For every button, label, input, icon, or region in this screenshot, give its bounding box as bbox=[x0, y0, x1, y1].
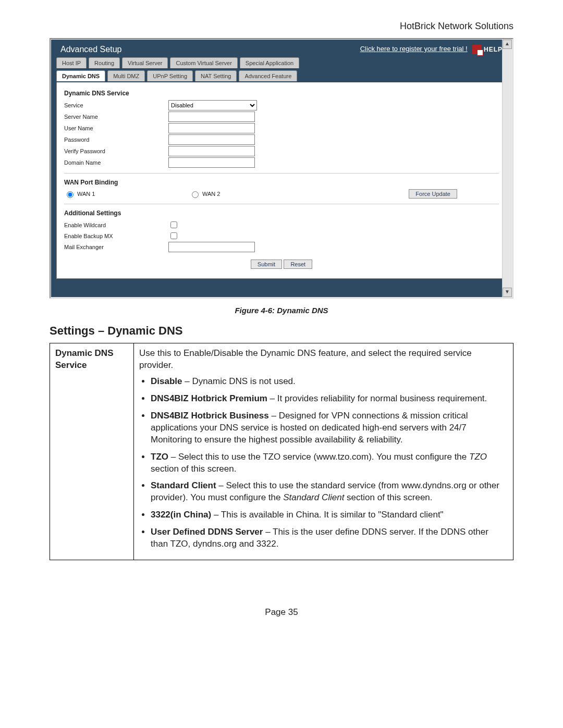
tab-row-1: Host IPRoutingVirtual ServerCustom Virtu… bbox=[51, 56, 512, 69]
tab-special-application[interactable]: Special Application bbox=[240, 57, 299, 68]
settings-value-cell: Use this to Enable/Disable the Dynamic D… bbox=[134, 343, 513, 560]
tab-host-ip[interactable]: Host IP bbox=[56, 57, 87, 68]
verify-password-input[interactable] bbox=[168, 146, 255, 156]
tab-routing[interactable]: Routing bbox=[89, 57, 120, 68]
enable-backup-mx-label: Enable Backup MX bbox=[64, 233, 168, 239]
scroll-up-icon[interactable]: ▲ bbox=[503, 40, 512, 49]
figure-caption: Figure 4-6: Dynamic DNS bbox=[50, 306, 513, 315]
list-item: User Defined DDNS Server – This is the u… bbox=[151, 526, 508, 550]
page-number: Page 35 bbox=[50, 607, 513, 618]
settings-table: Dynamic DNS Service Use this to Enable/D… bbox=[50, 343, 513, 560]
server-name-label: Server Name bbox=[64, 114, 168, 120]
wan2-radio[interactable]: WAN 2 bbox=[189, 190, 220, 198]
wan1-radio-input[interactable] bbox=[67, 191, 74, 198]
list-item: DNS4BIZ Hotbrick Premium – It provides r… bbox=[151, 393, 508, 405]
user-name-input[interactable] bbox=[168, 123, 255, 133]
scrollbar[interactable]: ▲ ▼ bbox=[502, 40, 512, 297]
password-label: Password bbox=[64, 137, 168, 143]
mail-exchanger-input[interactable] bbox=[168, 242, 255, 252]
tab-multi-dmz[interactable]: Multi DMZ bbox=[107, 70, 145, 81]
settings-intro: Use this to Enable/Disable the Dynamic D… bbox=[139, 348, 508, 372]
wan2-label: WAN 2 bbox=[202, 191, 220, 197]
tab-nat-setting[interactable]: NAT Setting bbox=[195, 70, 237, 81]
settings-heading: Settings – Dynamic DNS bbox=[50, 324, 513, 338]
tab-dynamic-dns[interactable]: Dynamic DNS bbox=[56, 70, 105, 81]
enable-wildcard-checkbox[interactable] bbox=[170, 221, 177, 228]
document-header: HotBrick Network Solutions bbox=[50, 21, 513, 32]
settings-list: Disable – Dynamic DNS is not used.DNS4BI… bbox=[139, 376, 508, 550]
app-window: ▲ ▼ Advanced Setup Click here to registe… bbox=[50, 38, 513, 299]
domain-name-label: Domain Name bbox=[64, 159, 168, 166]
service-label: Service bbox=[64, 102, 168, 108]
help-icon bbox=[472, 45, 482, 54]
panel-title: Advanced Setup bbox=[60, 45, 121, 54]
wan1-radio[interactable]: WAN 1 bbox=[64, 190, 168, 198]
help-label: HELP bbox=[484, 46, 503, 53]
domain-name-input[interactable] bbox=[168, 157, 255, 168]
wan1-label: WAN 1 bbox=[77, 191, 95, 197]
list-item: DNS4BIZ Hotbrick Business – Designed for… bbox=[151, 410, 508, 446]
settings-key: Dynamic DNS Service bbox=[50, 343, 134, 560]
list-item: Standard Client – Select this to use the… bbox=[151, 480, 508, 504]
form-panel: Dynamic DNS Service Service Disabled Ser… bbox=[56, 82, 507, 279]
section-additional-title: Additional Settings bbox=[64, 209, 499, 217]
register-link[interactable]: Click here to register your free trial ! bbox=[360, 45, 468, 53]
verify-password-label: Verify Password bbox=[64, 148, 168, 154]
password-input[interactable] bbox=[168, 134, 255, 145]
enable-backup-mx-checkbox[interactable] bbox=[170, 232, 177, 239]
tab-advanced-feature[interactable]: Advanced Feature bbox=[239, 70, 297, 81]
reset-button[interactable]: Reset bbox=[284, 260, 312, 269]
enable-wildcard-label: Enable Wildcard bbox=[64, 222, 168, 228]
help-button[interactable]: HELP bbox=[472, 45, 503, 54]
list-item: 3322(in China) – This is available in Ch… bbox=[151, 509, 508, 521]
force-update-button[interactable]: Force Update bbox=[409, 189, 457, 199]
scroll-down-icon[interactable]: ▼ bbox=[503, 288, 512, 297]
server-name-input[interactable] bbox=[168, 112, 255, 122]
wan2-radio-input[interactable] bbox=[192, 191, 199, 198]
tab-virtual-server[interactable]: Virtual Server bbox=[122, 57, 168, 68]
mail-exchanger-label: Mail Exchanger bbox=[64, 244, 168, 250]
list-item: Disable – Dynamic DNS is not used. bbox=[151, 376, 508, 388]
section-wan-title: WAN Port Binding bbox=[64, 179, 499, 186]
section-ddns-title: Dynamic DNS Service bbox=[64, 90, 499, 97]
submit-button[interactable]: Submit bbox=[251, 260, 282, 269]
tab-row-2: Dynamic DNSMulti DMZUPnP SettingNAT Sett… bbox=[51, 69, 512, 82]
tab-custom-virtual-server[interactable]: Custom Virtual Server bbox=[170, 57, 237, 68]
tab-upnp-setting[interactable]: UPnP Setting bbox=[147, 70, 193, 81]
service-select[interactable]: Disabled bbox=[168, 100, 257, 110]
list-item: TZO – Select this to use the TZO service… bbox=[151, 451, 508, 475]
user-name-label: User Name bbox=[64, 125, 168, 131]
